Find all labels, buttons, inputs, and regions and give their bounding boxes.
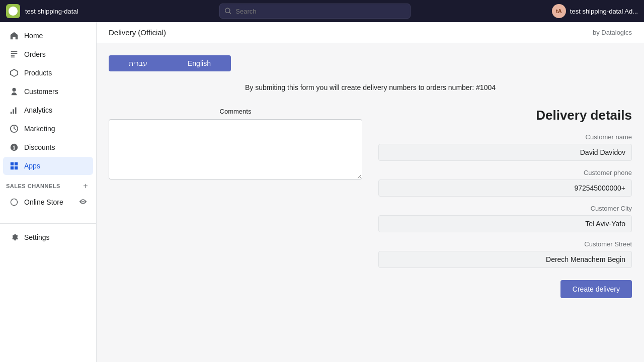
store-name: test shipping-datal xyxy=(25,8,78,15)
sidebar-item-analytics[interactable]: Analytics xyxy=(3,101,93,119)
home-icon xyxy=(9,31,19,41)
customer-street-label: Customer Street xyxy=(378,240,632,248)
sales-channels-header: SALES CHANNELS + xyxy=(0,175,96,193)
customers-icon xyxy=(9,86,19,97)
topbar-right: tA test shipping-datal Ad... xyxy=(552,4,638,18)
online-store-icon xyxy=(9,197,19,207)
customer-name-group: Customer name xyxy=(378,133,632,161)
create-delivery-button[interactable]: Create delivery xyxy=(560,280,632,298)
topbar: test shipping-datal tA test shipping-dat… xyxy=(0,0,644,22)
shopify-icon xyxy=(9,7,18,16)
sidebar-item-marketing[interactable]: Marketing xyxy=(3,120,93,138)
sidebar-item-settings[interactable]: Settings xyxy=(3,228,93,246)
customer-city-label: Customer City xyxy=(378,205,632,212)
main-content: Delivery (Official) by Datalogics עברית … xyxy=(97,22,644,362)
comments-label: Comments xyxy=(109,108,362,115)
sidebar-item-home[interactable]: Home xyxy=(3,27,93,45)
online-store-eye-icon xyxy=(79,198,87,207)
search-icon xyxy=(225,8,231,15)
form-right: Delivery details Customer name Customer … xyxy=(378,108,632,298)
sidebar-item-customers[interactable]: Customers xyxy=(3,82,93,101)
analytics-icon xyxy=(9,105,19,115)
sidebar-item-products[interactable]: Products xyxy=(3,64,93,82)
customer-name-label: Customer name xyxy=(378,133,632,141)
form-grid: Comments Delivery details Customer name … xyxy=(109,108,632,298)
products-icon xyxy=(9,68,19,78)
store-logo xyxy=(6,4,20,18)
sidebar: Home Orders Products Customers Analytics… xyxy=(0,22,97,362)
topbar-left: test shipping-datal xyxy=(6,4,78,18)
settings-icon xyxy=(9,232,19,242)
form-left: Comments xyxy=(109,108,362,181)
sidebar-item-apps[interactable]: Apps xyxy=(3,157,93,175)
apps-icon xyxy=(9,161,19,171)
add-sales-channel-button[interactable]: + xyxy=(81,182,90,191)
customer-city-input[interactable] xyxy=(378,215,632,232)
account-name: test shipping-datal Ad... xyxy=(570,8,638,15)
info-text: By submiting this form you will create d… xyxy=(109,83,632,92)
customer-phone-label: Customer phone xyxy=(378,169,632,176)
discounts-icon xyxy=(9,142,19,152)
content-area: עברית English By submiting this form you… xyxy=(97,43,644,310)
online-store-left: Online Store xyxy=(9,197,63,207)
sidebar-item-discounts[interactable]: Discounts xyxy=(3,138,93,156)
customer-phone-group: Customer phone xyxy=(378,169,632,197)
by-text: by Datalogics xyxy=(593,29,632,36)
hebrew-tab[interactable]: עברית xyxy=(109,55,168,71)
search-input[interactable] xyxy=(235,8,405,15)
customer-city-group: Customer City xyxy=(378,205,632,232)
app-title: Delivery (Official) xyxy=(109,28,166,37)
delivery-details-title: Delivery details xyxy=(378,108,632,123)
search-bar[interactable] xyxy=(219,4,411,19)
customer-street-group: Customer Street xyxy=(378,240,632,268)
sidebar-item-online-store[interactable]: Online Store xyxy=(3,193,93,211)
customer-name-input[interactable] xyxy=(378,144,632,161)
marketing-icon xyxy=(9,124,19,134)
customer-street-input[interactable] xyxy=(378,251,632,268)
orders-icon xyxy=(9,49,19,59)
comments-textarea[interactable] xyxy=(109,119,362,179)
avatar: tA xyxy=(552,4,566,18)
customer-phone-input[interactable] xyxy=(378,179,632,197)
app-header: Delivery (Official) by Datalogics xyxy=(97,22,644,43)
language-tabs: עברית English xyxy=(109,55,632,71)
sidebar-item-orders[interactable]: Orders xyxy=(3,45,93,63)
english-tab[interactable]: English xyxy=(168,55,231,71)
